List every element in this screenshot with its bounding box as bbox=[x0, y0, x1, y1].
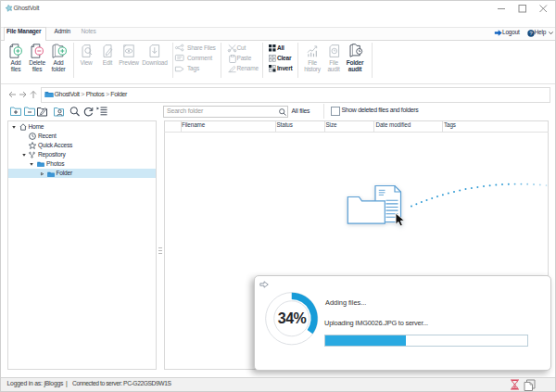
svg-text:?: ? bbox=[529, 30, 533, 36]
